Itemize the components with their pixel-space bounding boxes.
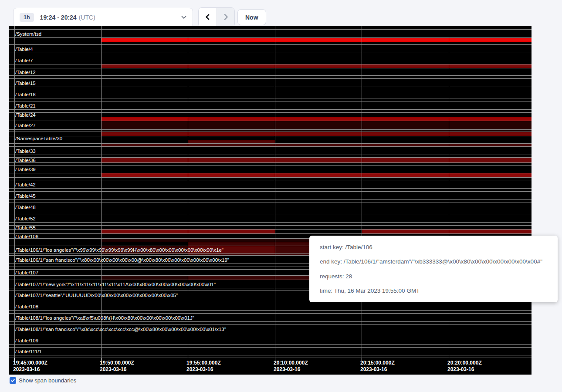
heatmap-cell[interactable] <box>449 30 532 37</box>
heatmap-cell[interactable] <box>9 211 101 214</box>
heatmap-cell[interactable] <box>362 90 449 98</box>
heatmap-cell[interactable] <box>449 130 532 132</box>
heatmap-cell[interactable] <box>101 322 188 324</box>
heatmap-cell[interactable] <box>275 200 362 203</box>
heatmap-cell[interactable] <box>9 64 101 68</box>
heatmap-cell[interactable] <box>188 163 275 165</box>
heatmap-cell[interactable] <box>101 101 188 109</box>
heatmap-cell[interactable] <box>188 166 275 173</box>
heatmap-cell[interactable] <box>9 345 101 347</box>
heatmap-cell[interactable] <box>9 87 101 90</box>
heatmap-cell[interactable] <box>188 239 275 242</box>
heatmap-cell[interactable] <box>9 144 101 146</box>
heatmap-cell[interactable] <box>362 223 449 225</box>
heatmap-cell[interactable] <box>362 76 449 78</box>
heatmap-cell[interactable] <box>275 325 362 333</box>
heatmap-cell[interactable] <box>188 144 275 146</box>
heatmap-cell[interactable] <box>275 79 362 87</box>
heatmap-cell[interactable] <box>101 355 188 358</box>
heatmap-cell[interactable] <box>9 264 101 267</box>
heatmap-cell[interactable] <box>449 325 532 333</box>
heatmap-cell[interactable] <box>188 68 275 75</box>
heatmap-cell[interactable] <box>101 30 188 37</box>
heatmap-cell[interactable] <box>362 336 449 344</box>
heatmap-cell[interactable] <box>9 322 101 324</box>
heatmap-cell[interactable] <box>101 267 188 269</box>
heatmap-cell[interactable] <box>449 333 532 336</box>
heatmap-cell[interactable] <box>275 302 362 310</box>
heatmap-cell[interactable] <box>101 264 188 267</box>
heatmap-cell[interactable] <box>362 26 449 29</box>
heatmap-cell[interactable] <box>362 56 449 64</box>
heatmap-cell[interactable] <box>188 132 275 136</box>
heatmap-cell[interactable] <box>449 311 532 313</box>
heatmap-cell[interactable] <box>101 173 188 177</box>
heatmap-cell[interactable] <box>188 121 275 129</box>
heatmap-cell[interactable] <box>449 302 532 310</box>
heatmap-cell[interactable] <box>275 113 362 117</box>
heatmap-cell[interactable] <box>101 234 188 238</box>
heatmap-cell[interactable] <box>362 214 449 222</box>
heatmap-cell[interactable] <box>362 147 449 155</box>
heatmap-cell[interactable] <box>275 136 362 140</box>
heatmap-cell[interactable] <box>188 87 275 90</box>
heatmap-cell[interactable] <box>449 132 532 136</box>
heatmap-cell[interactable] <box>362 68 449 75</box>
heatmap-cell[interactable] <box>449 203 532 211</box>
heatmap-cell[interactable] <box>188 98 275 101</box>
heatmap-cell[interactable] <box>188 53 275 56</box>
heatmap-cell[interactable] <box>188 264 275 267</box>
heatmap-cell[interactable] <box>362 314 449 321</box>
heatmap-cell[interactable] <box>449 178 532 180</box>
heatmap-cell[interactable] <box>362 155 449 157</box>
heatmap-cell[interactable] <box>449 166 532 173</box>
heatmap-cell[interactable] <box>275 132 362 136</box>
heatmap-cell[interactable] <box>188 38 275 42</box>
heatmap-cell[interactable] <box>275 211 362 214</box>
heatmap-cell[interactable] <box>275 140 362 143</box>
show-span-boundaries-checkbox[interactable] <box>10 377 16 384</box>
heatmap-cell[interactable] <box>275 45 362 53</box>
heatmap-cell[interactable] <box>188 189 275 191</box>
heatmap-cell[interactable] <box>275 76 362 78</box>
heatmap-cell[interactable] <box>362 180 449 188</box>
heatmap-cell[interactable] <box>101 98 188 101</box>
heatmap-cell[interactable] <box>188 192 275 199</box>
heatmap-cell[interactable] <box>449 173 532 177</box>
heatmap-cell[interactable] <box>362 79 449 87</box>
heatmap-cell[interactable] <box>275 64 362 68</box>
heatmap-cell[interactable] <box>362 53 449 56</box>
heatmap-cell[interactable] <box>362 211 449 214</box>
heatmap-cell[interactable] <box>362 203 449 211</box>
heatmap-cell[interactable] <box>188 200 275 203</box>
heatmap-cell[interactable] <box>362 30 449 37</box>
heatmap-cell[interactable] <box>9 117 101 121</box>
heatmap-cell[interactable] <box>275 110 362 112</box>
heatmap-cell[interactable] <box>275 155 362 157</box>
heatmap-cell[interactable] <box>9 267 101 269</box>
heatmap-cell[interactable] <box>362 345 449 347</box>
heatmap-cell[interactable] <box>101 348 188 355</box>
heatmap-cell[interactable] <box>275 226 362 229</box>
heatmap-cell[interactable] <box>101 53 188 56</box>
heatmap-cell[interactable] <box>9 76 101 78</box>
heatmap-cell[interactable] <box>449 53 532 56</box>
heatmap-cell[interactable] <box>188 140 275 143</box>
heatmap-cell[interactable] <box>9 200 101 203</box>
heatmap-cell[interactable] <box>362 333 449 336</box>
heatmap-cell[interactable] <box>449 355 532 358</box>
heatmap-cell[interactable] <box>275 158 362 162</box>
next-interval-button[interactable] <box>217 8 234 27</box>
heatmap-cell[interactable] <box>101 336 188 344</box>
heatmap-cell[interactable] <box>101 180 188 188</box>
heatmap-cell[interactable] <box>275 178 362 180</box>
heatmap-cell[interactable] <box>101 299 188 302</box>
heatmap-cell[interactable] <box>101 42 188 44</box>
heatmap-cell[interactable] <box>275 38 362 42</box>
heatmap-cell[interactable] <box>362 144 449 146</box>
heatmap-cell[interactable] <box>275 192 362 199</box>
heatmap-cell[interactable] <box>188 117 275 121</box>
heatmap-cell[interactable] <box>449 140 532 143</box>
heatmap-cell[interactable] <box>188 270 275 275</box>
heatmap-cell[interactable] <box>101 239 188 242</box>
